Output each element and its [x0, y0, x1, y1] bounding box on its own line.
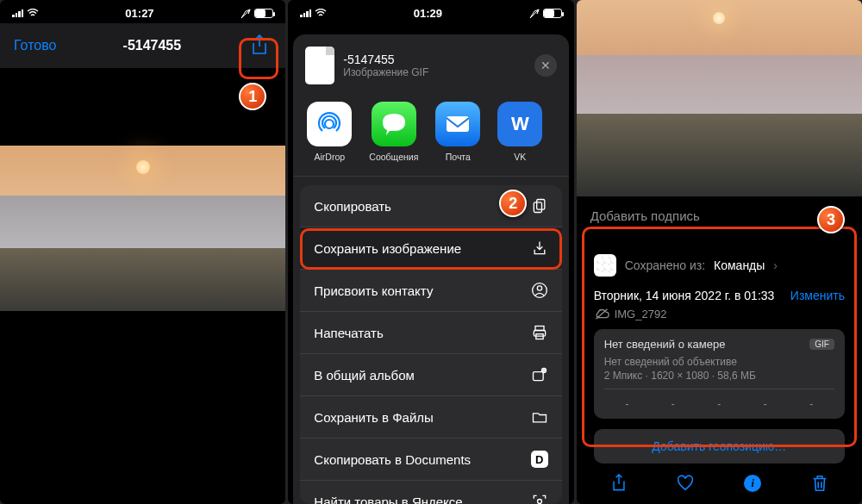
documents-app-icon: D	[531, 451, 548, 468]
saved-from-app: Команды	[714, 258, 765, 272]
screenshot-2: 01:29 -5147455 Изображение GIF ✕ AirDrop…	[288, 0, 573, 504]
svg-rect-2	[536, 200, 544, 210]
status-bar: 01:29	[288, 0, 573, 23]
action-find-yandex[interactable]: Найти товары в Яндексе	[300, 481, 561, 504]
action-assign-contact[interactable]: Присвоить контакту	[300, 270, 561, 312]
favorite-button[interactable]	[675, 473, 696, 494]
status-bar: 01:27	[0, 0, 285, 23]
callout-badge-3: 3	[817, 206, 845, 233]
action-shared-album[interactable]: В общий альбом	[300, 354, 561, 396]
svg-point-5	[537, 286, 541, 290]
no-camera-label: Нет сведений о камере	[604, 338, 726, 351]
add-geolocation-button[interactable]: Добавить геопозицию…	[594, 429, 845, 464]
status-time: 01:29	[414, 7, 442, 20]
svg-rect-9	[533, 372, 543, 381]
camera-info-box: Нет сведений о камере GIF Нет сведений о…	[594, 329, 845, 419]
chevron-right-icon: ›	[773, 258, 778, 272]
capture-date: Вторник, 14 июня 2022 г. в 01:33	[594, 289, 775, 302]
image-content	[0, 146, 285, 311]
folder-icon	[531, 408, 548, 426]
contact-icon	[531, 282, 548, 299]
status-time: 01:27	[125, 7, 153, 20]
delete-button[interactable]	[809, 473, 830, 494]
app-mail[interactable]: Почта	[435, 102, 480, 162]
svg-rect-3	[534, 202, 541, 213]
mail-icon	[435, 102, 480, 146]
no-lens-label: Нет сведений об объективе	[604, 356, 834, 368]
download-icon	[531, 240, 548, 257]
vk-icon: W	[497, 102, 542, 146]
svg-rect-1	[447, 116, 469, 132]
bottom-toolbar: i	[577, 463, 862, 504]
screenshot-3: Добавить подпись Сохранено из: Команды ›…	[577, 0, 862, 504]
copy-icon	[531, 197, 548, 215]
share-file-name: -5147455	[343, 53, 525, 66]
cloud-off-icon	[594, 308, 609, 320]
filename-label: IMG_2792	[615, 308, 667, 320]
app-messages[interactable]: Сообщения	[369, 102, 418, 162]
scan-icon	[531, 493, 548, 504]
app-airdrop[interactable]: AirDrop	[307, 102, 352, 162]
action-save-image[interactable]: Сохранить изображение	[300, 227, 561, 270]
info-panel: Сохранено из: Команды › Вторник, 14 июня…	[584, 240, 855, 476]
share-apps-row: AirDrop Сообщения Почта W VK	[293, 93, 568, 177]
exif-dashes: -----	[604, 389, 834, 410]
action-print[interactable]: Напечатать	[300, 312, 561, 354]
share-button[interactable]	[247, 34, 272, 58]
messages-icon	[372, 102, 416, 146]
share-file-type: Изображение GIF	[343, 66, 525, 78]
close-button[interactable]: ✕	[534, 54, 557, 77]
gif-badge: GIF	[809, 339, 834, 350]
share-button[interactable]	[609, 473, 629, 494]
screenshot-1: 01:27 Готово -5147455 1	[0, 0, 285, 504]
saved-from-row[interactable]: Сохранено из: Команды ›	[594, 249, 845, 287]
app-vk[interactable]: W VK	[497, 102, 542, 162]
app-thumbnail	[594, 254, 616, 277]
airdrop-icon	[307, 102, 352, 146]
callout-badge-1: 1	[239, 83, 266, 110]
shared-album-icon	[531, 366, 548, 383]
edit-date-button[interactable]: Изменить	[790, 289, 845, 302]
info-button[interactable]: i	[742, 473, 763, 494]
done-button[interactable]: Готово	[14, 38, 56, 53]
file-title: -5147455	[123, 38, 182, 53]
svg-point-11	[537, 500, 541, 504]
svg-point-0	[325, 120, 334, 128]
share-actions: Скопировать Сохранить изображение Присво…	[300, 185, 561, 504]
image-specs: 2 Мпикс · 1620 × 1080 · 58,6 МБ	[604, 370, 834, 382]
info-icon: i	[744, 475, 761, 492]
svg-rect-6	[535, 327, 544, 331]
print-icon	[531, 324, 548, 341]
action-copy-documents[interactable]: Скопировать в Documents D	[300, 439, 561, 481]
document-icon	[305, 47, 334, 84]
image-content[interactable]	[577, 0, 862, 196]
action-save-files[interactable]: Сохранить в Файлы	[300, 396, 561, 439]
viewer-header: Готово -5147455	[0, 23, 285, 68]
share-sheet: -5147455 Изображение GIF ✕ AirDrop Сообщ…	[293, 34, 568, 504]
